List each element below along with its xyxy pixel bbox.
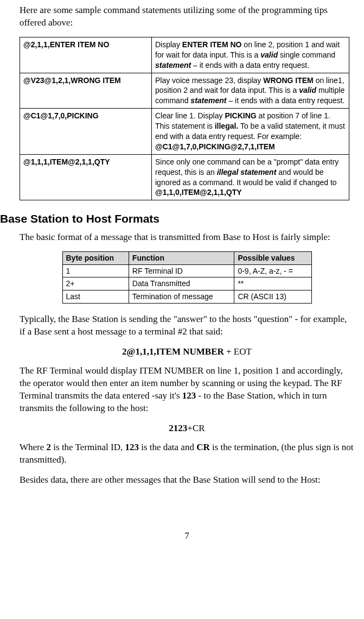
table-cell: CR (ASCII 13) (234, 290, 311, 304)
section-intro: The basic format of a message that is tr… (20, 231, 354, 244)
intro-text: Here are some sample command statements … (20, 4, 354, 29)
table-cell: ** (234, 277, 311, 290)
table-row: @C1@1,7,0,PICKINGClear line 1. Display P… (20, 109, 349, 155)
format-header-cell: Function (129, 251, 234, 264)
table-cell: Data Transmitted (129, 277, 234, 290)
example-1: 2@1,1,1,ITEM NUMBER + EOT (20, 346, 354, 358)
table-cell: RF Terminal ID (129, 264, 234, 277)
command-cell: @1,1,1,ITEM@2,1,1,QTY (20, 154, 152, 200)
para-besides: Besides data, there are other messages t… (20, 474, 354, 487)
section-heading: Base Station to Host Formats (0, 211, 354, 226)
table-cell: Termination of message (129, 290, 234, 304)
para-where: Where 2 is the Terminal ID, 123 is the d… (20, 441, 354, 466)
description-cell: Clear line 1. Display PICKING at positio… (152, 109, 349, 155)
table-row: @1,1,1,ITEM@2,1,1,QTYSince only one comm… (20, 154, 349, 200)
format-header-cell: Possible values (234, 251, 311, 264)
page-number: 7 (20, 530, 354, 542)
command-cell: @2,1,1,ENTER ITEM NO (20, 37, 152, 73)
format-table: Byte position Function Possible values 1… (62, 251, 312, 304)
command-cell: @V23@1,2,1,WRONG ITEM (20, 73, 152, 109)
table-row: @V23@1,2,1,WRONG ITEMPlay voice message … (20, 73, 349, 109)
format-tbody: 1RF Terminal ID0-9, A-Z, a-z, - =2+Data … (62, 264, 311, 304)
table-cell: 1 (62, 264, 129, 277)
format-header-cell: Byte position (62, 251, 129, 264)
description-cell: Play voice message 23, display WRONG ITE… (152, 73, 349, 109)
para-typically: Typically, the Base Station is sending t… (20, 313, 354, 338)
samples-tbody: @2,1,1,ENTER ITEM NODisplay ENTER ITEM N… (20, 37, 349, 200)
table-cell: 0-9, A-Z, a-z, - = (234, 264, 311, 277)
table-row: LastTermination of messageCR (ASCII 13) (62, 290, 311, 304)
samples-table: @2,1,1,ENTER ITEM NODisplay ENTER ITEM N… (20, 37, 349, 200)
table-cell: Last (62, 290, 129, 304)
table-row: @2,1,1,ENTER ITEM NODisplay ENTER ITEM N… (20, 37, 349, 73)
table-row: 1RF Terminal ID0-9, A-Z, a-z, - = (62, 264, 311, 277)
table-row: 2+Data Transmitted** (62, 277, 311, 290)
description-cell: Since only one command can be a "prompt"… (152, 154, 349, 200)
para-rf: The RF Terminal would display ITEM NUMBE… (20, 365, 354, 415)
example-2: 2123+CR (20, 422, 354, 435)
command-cell: @C1@1,7,0,PICKING (20, 109, 152, 155)
table-cell: 2+ (62, 277, 129, 290)
description-cell: Display ENTER ITEM NO on line 2, positio… (152, 37, 349, 73)
format-header-row: Byte position Function Possible values (62, 251, 311, 264)
